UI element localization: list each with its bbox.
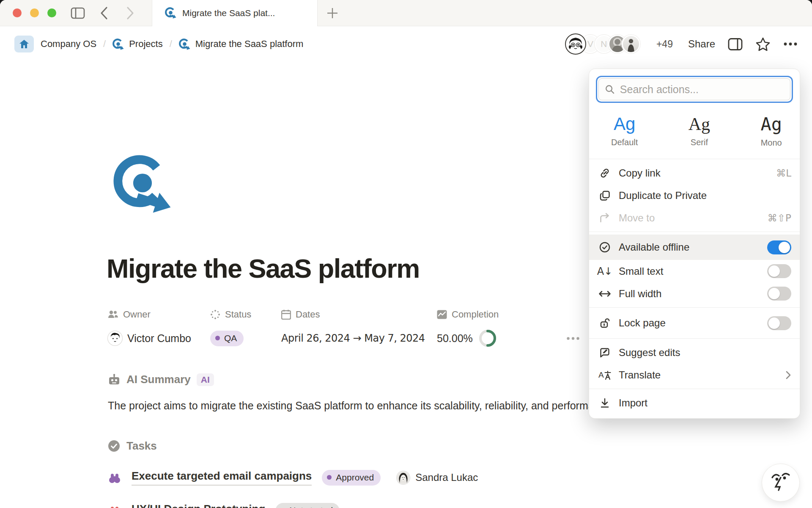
- task-status-badge[interactable]: Approved: [322, 470, 381, 486]
- page-icon-project[interactable]: [113, 155, 172, 213]
- avatar: [565, 33, 586, 55]
- breadcrumb-item-projects[interactable]: Projects: [112, 39, 162, 50]
- binoculars-icon: [108, 505, 121, 508]
- task-assignee[interactable]: Sandra Lukac: [397, 471, 478, 484]
- font-option-mono[interactable]: Ag Mono: [760, 114, 782, 148]
- menu-item-translate[interactable]: A Translate: [589, 364, 800, 386]
- check-circle-icon: [598, 241, 612, 253]
- property-status[interactable]: Status QA: [210, 309, 281, 348]
- lock-page-toggle[interactable]: [767, 316, 791, 330]
- small-text-toggle[interactable]: [767, 264, 791, 278]
- new-tab-button[interactable]: [326, 7, 339, 19]
- presence-overflow-count[interactable]: +49: [656, 39, 673, 50]
- task-link[interactable]: UX/UI Design Prototyping: [132, 502, 265, 508]
- status-text: Approved: [336, 472, 374, 483]
- breadcrumb-label: Migrate the SaaS platform: [195, 39, 304, 50]
- search-icon: [605, 84, 615, 95]
- tasks-section: Tasks Execute targeted email campaigns A…: [108, 439, 478, 508]
- more-icon[interactable]: [783, 42, 798, 46]
- zoom-window-button[interactable]: [47, 8, 56, 17]
- breadcrumb-label: Projects: [129, 39, 162, 50]
- toggle-knob: [779, 242, 790, 253]
- share-button[interactable]: Share: [688, 38, 715, 50]
- breadcrumb-label: Company OS: [41, 39, 96, 50]
- home-icon: [19, 39, 29, 49]
- menu-item-label: Small text: [619, 265, 760, 277]
- toggle-knob: [768, 265, 780, 277]
- menu-divider: [589, 232, 800, 232]
- menu-item-full-width[interactable]: Full width: [589, 282, 800, 305]
- task-row: UX/UI Design Prototyping Not started: [108, 502, 478, 508]
- side-panel-icon[interactable]: [728, 38, 743, 51]
- menu-item-suggest-edits[interactable]: Suggest edits: [589, 341, 800, 364]
- ai-summary-text[interactable]: The project aims to migrate the existing…: [108, 400, 598, 412]
- notion-ai-face-icon: [770, 471, 792, 494]
- status-badge[interactable]: QA: [210, 331, 244, 346]
- breadcrumb-item-company-os[interactable]: Company OS: [41, 39, 96, 50]
- binoculars-icon: [108, 472, 121, 483]
- font-option-default[interactable]: Ag Default: [611, 114, 638, 148]
- notion-ai-button[interactable]: [762, 464, 799, 501]
- close-window-button[interactable]: [13, 8, 22, 17]
- breadcrumb: Company OS / Projects / Migrate the SaaS…: [14, 36, 303, 52]
- link-icon: [598, 167, 612, 179]
- ai-summary-heading[interactable]: AI Summary: [126, 373, 191, 386]
- menu-item-label: Lock page: [619, 317, 760, 329]
- page-options-menu: Ag Default Ag Serif Ag Mono Copy link ⌘L: [589, 69, 800, 418]
- menu-divider: [589, 159, 800, 159]
- minimize-window-button[interactable]: [30, 8, 39, 17]
- import-icon: [598, 398, 612, 409]
- breadcrumb-home-chip[interactable]: [14, 36, 34, 52]
- menu-item-import[interactable]: Import: [589, 392, 800, 414]
- property-owner[interactable]: Owner Victor Cumbo: [108, 309, 210, 348]
- font-option-serif[interactable]: Ag Serif: [689, 114, 710, 148]
- available-offline-toggle[interactable]: [767, 240, 791, 254]
- breadcrumb-item-current-page[interactable]: Migrate the SaaS platform: [179, 39, 304, 50]
- menu-item-move-to[interactable]: Move to ⌘⇧P: [589, 207, 800, 229]
- tab-title: Migrate the SaaS plat...: [182, 8, 275, 18]
- property-label: Owner: [123, 309, 151, 320]
- presence-avatar-stack[interactable]: V N: [565, 33, 640, 55]
- back-button[interactable]: [99, 6, 109, 20]
- avatar-initial: V: [587, 39, 593, 49]
- font-label: Serif: [691, 138, 708, 147]
- menu-item-copy-link[interactable]: Copy link ⌘L: [589, 162, 800, 184]
- menu-item-small-text[interactable]: A↓ Small text: [589, 260, 800, 282]
- breadcrumb-separator: /: [103, 39, 106, 50]
- menu-item-available-offline[interactable]: Available offline: [589, 235, 800, 260]
- task-status-badge[interactable]: Not started: [275, 503, 340, 508]
- robot-icon[interactable]: [108, 373, 121, 386]
- property-label: Status: [225, 309, 251, 320]
- menu-item-lock-page[interactable]: Lock page: [589, 310, 800, 336]
- more-icon[interactable]: [566, 329, 580, 348]
- toggle-knob: [768, 318, 780, 329]
- forward-button[interactable]: [126, 6, 135, 20]
- keyboard-shortcut: ⌘⇧P: [768, 213, 791, 224]
- property-completion[interactable]: Completion 50.00%: [437, 309, 547, 348]
- check-circle-icon[interactable]: [108, 440, 120, 452]
- star-icon[interactable]: [755, 37, 771, 52]
- menu-divider: [589, 338, 800, 339]
- active-tab[interactable]: Migrate the SaaS plat...: [152, 0, 318, 26]
- tab-bar: Migrate the SaaS plat...: [0, 0, 812, 26]
- keyboard-shortcut: ⌘L: [776, 168, 791, 179]
- menu-item-label: Translate: [619, 369, 779, 381]
- property-dates[interactable]: Dates April 26, 2024 → May 7, 2024: [281, 309, 437, 348]
- menu-item-duplicate[interactable]: Duplicate to Private: [589, 184, 800, 207]
- tasks-heading[interactable]: Tasks: [126, 439, 157, 453]
- status-text: QA: [224, 333, 237, 343]
- search-input[interactable]: [620, 83, 784, 96]
- menu-item-label: Available offline: [619, 241, 760, 253]
- owner-name: Victor Cumbo: [127, 332, 191, 345]
- full-width-toggle[interactable]: [767, 287, 791, 301]
- small-text-icon: A↓: [598, 265, 612, 277]
- search-field[interactable]: [598, 78, 790, 100]
- sidebar-toggle-icon[interactable]: [71, 7, 85, 19]
- task-link[interactable]: Execute targeted email campaigns: [132, 469, 312, 486]
- status-text: Not started: [289, 505, 333, 508]
- project-icon: [179, 39, 190, 50]
- people-icon: [108, 310, 118, 319]
- page-title[interactable]: Migrate the SaaS platform: [107, 253, 420, 284]
- font-sample: Ag: [760, 114, 782, 135]
- status-burst-icon: [210, 309, 220, 320]
